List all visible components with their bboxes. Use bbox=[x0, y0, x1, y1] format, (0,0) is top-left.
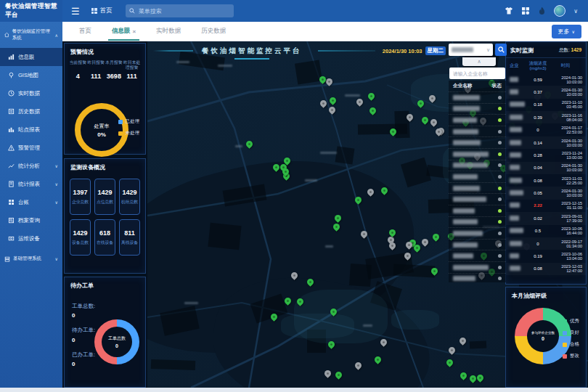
redacted-block bbox=[510, 266, 520, 271]
sidebar-item-站点报表[interactable]: 站点报表 bbox=[0, 121, 62, 139]
table-row[interactable]: 0.372024-01-30 10:03:00 bbox=[506, 86, 586, 98]
table-row[interactable]: 0.592024-01-30 10:03:00 bbox=[506, 73, 586, 86]
redacted-select-value bbox=[452, 47, 473, 52]
company-name-redacted bbox=[453, 95, 480, 100]
status-dot bbox=[498, 163, 502, 167]
company-type-select[interactable]: ∨ bbox=[449, 44, 493, 56]
redacted-block bbox=[510, 241, 522, 246]
list-item[interactable] bbox=[449, 160, 506, 171]
list-item[interactable] bbox=[449, 261, 506, 273]
list-item[interactable] bbox=[449, 216, 506, 228]
table-row[interactable]: 0.192023-10-06 13:04:00 bbox=[506, 250, 586, 262]
alarm-stat-value: 111 bbox=[87, 73, 105, 80]
legend-label: 已处理 bbox=[126, 118, 140, 125]
table-row[interactable]: 0.082023-12-03 12:47:00 bbox=[506, 263, 586, 275]
tab-信息眼[interactable]: 信息眼× bbox=[102, 22, 145, 41]
list-item[interactable] bbox=[449, 171, 506, 182]
table-row[interactable]: 0.022023-09-01 17:39:00 bbox=[506, 212, 586, 224]
list-item[interactable] bbox=[449, 227, 506, 239]
company-name-redacted bbox=[453, 186, 480, 191]
device-stat-box: 811离线设备 bbox=[119, 219, 140, 256]
table-row[interactable]: 0.052024-01-30 10:03:00 bbox=[506, 187, 586, 199]
table-row[interactable]: 0.52023-10-06 16:44:00 bbox=[506, 225, 586, 237]
table-row[interactable]: 0.392023-11-16 08:04:00 bbox=[506, 111, 586, 123]
sidebar-item-台账[interactable]: 台账∨ bbox=[0, 193, 62, 211]
status-dot bbox=[498, 118, 502, 122]
hamburger-menu-icon[interactable]: ☰ bbox=[71, 6, 80, 17]
monthly-rating-panel: 本月油烟评级 参与评价企业数 0 优秀良好合格整改 bbox=[505, 287, 587, 388]
density-value: 0.37 bbox=[527, 90, 549, 94]
skin-icon[interactable] bbox=[505, 7, 513, 15]
map-building-block bbox=[470, 340, 486, 348]
sheet-icon bbox=[8, 181, 15, 187]
table-row[interactable]: 0.182023-11-10 03:45:00 bbox=[506, 99, 586, 111]
company-name-redacted bbox=[453, 219, 478, 224]
tab-首页[interactable]: 首页 bbox=[70, 22, 101, 41]
table-row[interactable]: 02024-01-17 22:53:00 bbox=[506, 123, 586, 136]
company-name-redacted bbox=[453, 276, 475, 281]
breadcrumb[interactable]: 首页 bbox=[91, 7, 113, 15]
tab-历史数据[interactable]: 历史数据 bbox=[192, 22, 235, 41]
sidebar-item-GIS地图[interactable]: GIS地图 bbox=[0, 66, 62, 84]
record-time: 2023-12-15 01:11:00 bbox=[549, 201, 582, 210]
list-item[interactable] bbox=[449, 239, 506, 250]
list-item[interactable] bbox=[449, 205, 506, 216]
sidebar-item-历史数据[interactable]: 历史数据 bbox=[0, 102, 62, 121]
table-row[interactable]: 02022-09-17 01:34:00 bbox=[506, 237, 586, 250]
close-tab-icon[interactable]: × bbox=[133, 28, 136, 35]
sidebar-item-实时数据[interactable]: 实时数据 bbox=[0, 84, 62, 102]
company-name-redacted bbox=[510, 89, 527, 95]
collapse-list-button[interactable]: ∧ bbox=[462, 57, 496, 66]
redacted-block bbox=[510, 178, 522, 183]
list-item[interactable] bbox=[449, 126, 506, 137]
more-button[interactable]: 更多∨ bbox=[552, 25, 581, 38]
sidebar-item-label: 运维设备 bbox=[18, 235, 40, 242]
sidebar-item-统计分析[interactable]: 统计分析∨ bbox=[0, 157, 62, 175]
density-value: 0.59 bbox=[527, 78, 549, 82]
home-icon bbox=[4, 32, 9, 38]
sidebar-item-运维设备[interactable]: 运维设备 bbox=[0, 229, 62, 248]
list-item[interactable] bbox=[449, 136, 506, 148]
redacted-block bbox=[510, 190, 523, 195]
device-stat-label: 企业总数 bbox=[70, 199, 90, 205]
legend-swatch bbox=[118, 131, 123, 136]
sidebar-section-base-system[interactable]: 基础管理系统∨ bbox=[0, 249, 62, 269]
list-item[interactable] bbox=[449, 182, 506, 194]
table-row[interactable]: 0.142024-01-30 10:03:00 bbox=[506, 136, 586, 149]
alarm-stat-value: 111 bbox=[123, 73, 141, 80]
table-row[interactable]: 0.042024-01-30 10:03:00 bbox=[506, 162, 586, 174]
sidebar-item-label: 档案查询 bbox=[18, 217, 40, 224]
realtime-total: 总数: 1429 bbox=[559, 47, 581, 54]
list-item[interactable] bbox=[449, 148, 506, 160]
flame-icon[interactable] bbox=[538, 7, 546, 15]
sidebar-item-统计报表[interactable]: 统计报表∨ bbox=[0, 175, 62, 193]
chevron-down-icon[interactable]: ∨ bbox=[573, 8, 578, 15]
user-avatar[interactable] bbox=[554, 5, 565, 17]
list-item[interactable] bbox=[449, 273, 506, 283]
select-chevron-icon: ∨ bbox=[486, 47, 490, 53]
table-row[interactable]: 2.222023-12-15 01:11:00 bbox=[506, 200, 586, 212]
menu-search-input[interactable] bbox=[126, 4, 234, 17]
sidebar-item-预警管理[interactable]: 预警管理 bbox=[0, 139, 62, 157]
map-search-button[interactable] bbox=[495, 44, 507, 56]
map-building-block bbox=[208, 223, 241, 250]
realtime-monitor-panel: 实时监测 总数: 1429 企业 油烟浓度(mg/m3) 时间 0.592024… bbox=[505, 41, 587, 285]
list-item[interactable] bbox=[449, 103, 506, 115]
sidebar-item-档案查询[interactable]: 档案查询 bbox=[0, 211, 62, 229]
table-row[interactable]: 0.082023-11-01 22:25:00 bbox=[506, 174, 586, 187]
sidebar-item-信息眼[interactable]: 信息眼 bbox=[0, 48, 62, 66]
list-item[interactable] bbox=[449, 114, 506, 126]
tab-实时数据[interactable]: 实时数据 bbox=[147, 22, 190, 41]
system-icon bbox=[4, 256, 10, 262]
alert-icon bbox=[8, 144, 15, 151]
sidebar-section-smoke-monitor[interactable]: 餐饮油烟监控管理系统∧ bbox=[0, 22, 62, 48]
table-row[interactable]: 0.282023-11-24 13:00:00 bbox=[506, 149, 586, 161]
list-item[interactable] bbox=[449, 250, 506, 261]
layout-grid-icon[interactable] bbox=[521, 7, 530, 15]
list-item[interactable] bbox=[449, 91, 506, 103]
list-item[interactable] bbox=[449, 193, 506, 205]
record-time: 2022-09-17 01:34:00 bbox=[549, 240, 582, 248]
record-time: 2023-10-06 16:44:00 bbox=[549, 226, 582, 235]
company-name-input[interactable] bbox=[449, 68, 505, 79]
workorder-row: 待办工单:0 bbox=[65, 326, 95, 344]
